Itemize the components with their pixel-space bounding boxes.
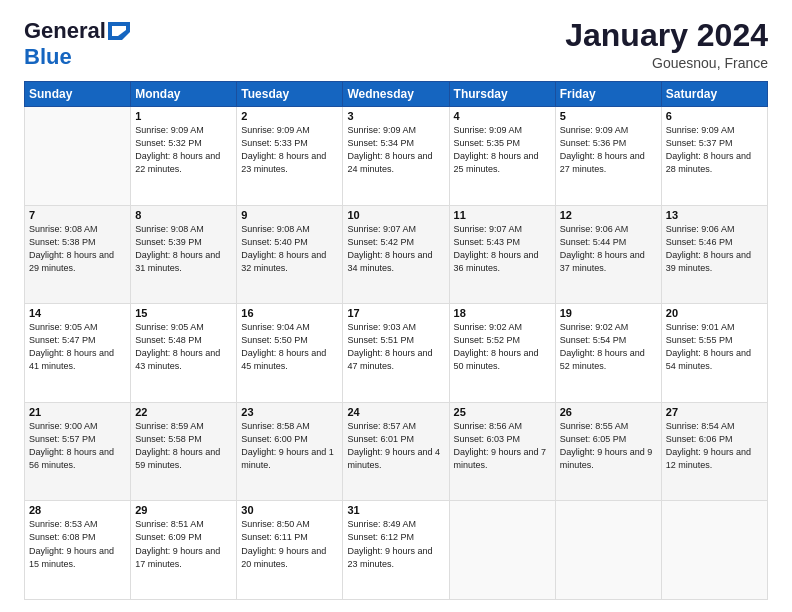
day-number: 6 — [666, 110, 763, 122]
day-number: 31 — [347, 504, 444, 516]
day-info: Sunrise: 9:08 AM Sunset: 5:38 PM Dayligh… — [29, 223, 126, 275]
day-number: 16 — [241, 307, 338, 319]
day-info: Sunrise: 9:09 AM Sunset: 5:37 PM Dayligh… — [666, 124, 763, 176]
table-row: 29Sunrise: 8:51 AM Sunset: 6:09 PM Dayli… — [131, 501, 237, 600]
day-info: Sunrise: 9:03 AM Sunset: 5:51 PM Dayligh… — [347, 321, 444, 373]
col-monday: Monday — [131, 82, 237, 107]
day-info: Sunrise: 9:08 AM Sunset: 5:40 PM Dayligh… — [241, 223, 338, 275]
table-row: 30Sunrise: 8:50 AM Sunset: 6:11 PM Dayli… — [237, 501, 343, 600]
col-tuesday: Tuesday — [237, 82, 343, 107]
day-info: Sunrise: 9:06 AM Sunset: 5:44 PM Dayligh… — [560, 223, 657, 275]
day-number: 21 — [29, 406, 126, 418]
day-number: 18 — [454, 307, 551, 319]
day-number: 8 — [135, 209, 232, 221]
day-info: Sunrise: 8:56 AM Sunset: 6:03 PM Dayligh… — [454, 420, 551, 472]
table-row: 17Sunrise: 9:03 AM Sunset: 5:51 PM Dayli… — [343, 304, 449, 403]
day-info: Sunrise: 8:58 AM Sunset: 6:00 PM Dayligh… — [241, 420, 338, 472]
calendar-table: Sunday Monday Tuesday Wednesday Thursday… — [24, 81, 768, 600]
day-info: Sunrise: 8:49 AM Sunset: 6:12 PM Dayligh… — [347, 518, 444, 570]
table-row: 28Sunrise: 8:53 AM Sunset: 6:08 PM Dayli… — [25, 501, 131, 600]
table-row: 8Sunrise: 9:08 AM Sunset: 5:39 PM Daylig… — [131, 205, 237, 304]
col-saturday: Saturday — [661, 82, 767, 107]
day-number: 22 — [135, 406, 232, 418]
day-info: Sunrise: 9:06 AM Sunset: 5:46 PM Dayligh… — [666, 223, 763, 275]
day-info: Sunrise: 9:07 AM Sunset: 5:43 PM Dayligh… — [454, 223, 551, 275]
table-row: 6Sunrise: 9:09 AM Sunset: 5:37 PM Daylig… — [661, 107, 767, 206]
day-number: 20 — [666, 307, 763, 319]
day-info: Sunrise: 9:02 AM Sunset: 5:54 PM Dayligh… — [560, 321, 657, 373]
day-info: Sunrise: 9:09 AM Sunset: 5:33 PM Dayligh… — [241, 124, 338, 176]
table-row: 19Sunrise: 9:02 AM Sunset: 5:54 PM Dayli… — [555, 304, 661, 403]
table-row — [661, 501, 767, 600]
day-info: Sunrise: 9:00 AM Sunset: 5:57 PM Dayligh… — [29, 420, 126, 472]
table-row: 15Sunrise: 9:05 AM Sunset: 5:48 PM Dayli… — [131, 304, 237, 403]
day-number: 13 — [666, 209, 763, 221]
calendar-week-row: 7Sunrise: 9:08 AM Sunset: 5:38 PM Daylig… — [25, 205, 768, 304]
table-row: 14Sunrise: 9:05 AM Sunset: 5:47 PM Dayli… — [25, 304, 131, 403]
day-number: 9 — [241, 209, 338, 221]
logo-general-text: General — [24, 18, 106, 44]
table-row: 22Sunrise: 8:59 AM Sunset: 5:58 PM Dayli… — [131, 402, 237, 501]
day-info: Sunrise: 9:05 AM Sunset: 5:48 PM Dayligh… — [135, 321, 232, 373]
day-number: 24 — [347, 406, 444, 418]
table-row: 3Sunrise: 9:09 AM Sunset: 5:34 PM Daylig… — [343, 107, 449, 206]
calendar-week-row: 21Sunrise: 9:00 AM Sunset: 5:57 PM Dayli… — [25, 402, 768, 501]
day-info: Sunrise: 9:04 AM Sunset: 5:50 PM Dayligh… — [241, 321, 338, 373]
calendar-week-row: 1Sunrise: 9:09 AM Sunset: 5:32 PM Daylig… — [25, 107, 768, 206]
day-info: Sunrise: 9:08 AM Sunset: 5:39 PM Dayligh… — [135, 223, 232, 275]
table-row — [449, 501, 555, 600]
table-row: 18Sunrise: 9:02 AM Sunset: 5:52 PM Dayli… — [449, 304, 555, 403]
day-number: 29 — [135, 504, 232, 516]
day-number: 23 — [241, 406, 338, 418]
table-row: 5Sunrise: 9:09 AM Sunset: 5:36 PM Daylig… — [555, 107, 661, 206]
day-number: 1 — [135, 110, 232, 122]
day-info: Sunrise: 8:51 AM Sunset: 6:09 PM Dayligh… — [135, 518, 232, 570]
header: General Blue January 2024 Gouesnou, Fran… — [24, 18, 768, 71]
table-row: 24Sunrise: 8:57 AM Sunset: 6:01 PM Dayli… — [343, 402, 449, 501]
table-row: 27Sunrise: 8:54 AM Sunset: 6:06 PM Dayli… — [661, 402, 767, 501]
day-number: 17 — [347, 307, 444, 319]
page: General Blue January 2024 Gouesnou, Fran… — [0, 0, 792, 612]
day-info: Sunrise: 8:59 AM Sunset: 5:58 PM Dayligh… — [135, 420, 232, 472]
calendar-week-row: 14Sunrise: 9:05 AM Sunset: 5:47 PM Dayli… — [25, 304, 768, 403]
day-info: Sunrise: 9:09 AM Sunset: 5:35 PM Dayligh… — [454, 124, 551, 176]
day-number: 25 — [454, 406, 551, 418]
logo-blue-text: Blue — [24, 44, 72, 69]
title-block: January 2024 Gouesnou, France — [565, 18, 768, 71]
table-row: 26Sunrise: 8:55 AM Sunset: 6:05 PM Dayli… — [555, 402, 661, 501]
day-number: 19 — [560, 307, 657, 319]
location: Gouesnou, France — [565, 55, 768, 71]
day-info: Sunrise: 9:01 AM Sunset: 5:55 PM Dayligh… — [666, 321, 763, 373]
table-row: 1Sunrise: 9:09 AM Sunset: 5:32 PM Daylig… — [131, 107, 237, 206]
day-number: 7 — [29, 209, 126, 221]
col-sunday: Sunday — [25, 82, 131, 107]
day-info: Sunrise: 9:05 AM Sunset: 5:47 PM Dayligh… — [29, 321, 126, 373]
col-thursday: Thursday — [449, 82, 555, 107]
logo: General Blue — [24, 18, 130, 70]
day-number: 27 — [666, 406, 763, 418]
table-row — [555, 501, 661, 600]
table-row: 10Sunrise: 9:07 AM Sunset: 5:42 PM Dayli… — [343, 205, 449, 304]
day-info: Sunrise: 8:53 AM Sunset: 6:08 PM Dayligh… — [29, 518, 126, 570]
table-row: 20Sunrise: 9:01 AM Sunset: 5:55 PM Dayli… — [661, 304, 767, 403]
table-row: 25Sunrise: 8:56 AM Sunset: 6:03 PM Dayli… — [449, 402, 555, 501]
table-row: 21Sunrise: 9:00 AM Sunset: 5:57 PM Dayli… — [25, 402, 131, 501]
day-number: 26 — [560, 406, 657, 418]
table-row: 2Sunrise: 9:09 AM Sunset: 5:33 PM Daylig… — [237, 107, 343, 206]
day-number: 14 — [29, 307, 126, 319]
day-info: Sunrise: 9:09 AM Sunset: 5:36 PM Dayligh… — [560, 124, 657, 176]
day-number: 2 — [241, 110, 338, 122]
table-row: 7Sunrise: 9:08 AM Sunset: 5:38 PM Daylig… — [25, 205, 131, 304]
day-info: Sunrise: 8:57 AM Sunset: 6:01 PM Dayligh… — [347, 420, 444, 472]
day-number: 30 — [241, 504, 338, 516]
day-number: 5 — [560, 110, 657, 122]
table-row: 31Sunrise: 8:49 AM Sunset: 6:12 PM Dayli… — [343, 501, 449, 600]
day-info: Sunrise: 9:09 AM Sunset: 5:34 PM Dayligh… — [347, 124, 444, 176]
table-row: 9Sunrise: 9:08 AM Sunset: 5:40 PM Daylig… — [237, 205, 343, 304]
day-info: Sunrise: 8:55 AM Sunset: 6:05 PM Dayligh… — [560, 420, 657, 472]
month-title: January 2024 — [565, 18, 768, 53]
day-number: 4 — [454, 110, 551, 122]
day-number: 12 — [560, 209, 657, 221]
day-number: 28 — [29, 504, 126, 516]
day-number: 15 — [135, 307, 232, 319]
